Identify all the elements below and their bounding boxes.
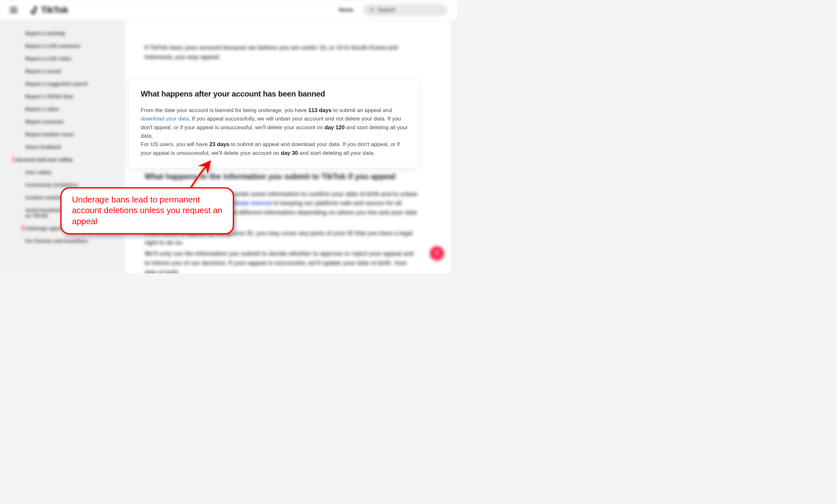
svg-point-0: [370, 8, 373, 11]
search-icon: [370, 7, 375, 13]
help-fab-button[interactable]: ?: [430, 246, 444, 260]
sidebar-item[interactable]: Report a LIVE video: [10, 52, 117, 65]
sidebar-item[interactable]: For Parents and Guardians: [10, 235, 117, 247]
sidebar-item[interactable]: Report a sound: [10, 65, 117, 77]
hamburger-menu-icon[interactable]: [10, 7, 18, 13]
help-icon: ?: [435, 250, 439, 257]
sidebar-section-account-safety[interactable]: Account and user safety: [10, 153, 117, 166]
header: TikTok Home Search: [0, 0, 457, 20]
tiktok-logo[interactable]: TikTok: [31, 5, 68, 15]
sidebar-item[interactable]: Report a LIVE comment: [10, 39, 117, 52]
intro-paragraph: If TikTok bans your account because we b…: [145, 43, 418, 62]
highlight-body: From the date your account is banned for…: [141, 106, 412, 157]
sidebar: Report a hashtag Report a LIVE comment R…: [0, 20, 123, 273]
highlight-heading: What happens after your account has been…: [141, 89, 412, 98]
annotation-text: Underage bans lead to permanent account …: [72, 194, 224, 227]
section2-heading: What happens to the information you subm…: [145, 172, 418, 181]
highlighted-section-card: What happens after your account has been…: [130, 80, 418, 168]
sidebar-item[interactable]: Report a video: [10, 103, 117, 115]
annotation-callout: Underage bans lead to permanent account …: [60, 187, 234, 235]
sidebar-item[interactable]: Report a TikTok Now: [10, 90, 117, 103]
header-nav-right: Home Search: [339, 4, 447, 16]
svg-line-1: [373, 11, 374, 12]
download-your-data-link[interactable]: download your data: [141, 116, 189, 122]
nav-home-link[interactable]: Home: [339, 7, 353, 13]
search-input[interactable]: Search: [363, 4, 447, 16]
sidebar-item[interactable]: Report a suggested search: [10, 77, 117, 90]
sidebar-item[interactable]: Report another issue: [10, 128, 117, 141]
sidebar-item[interactable]: Share feedback: [10, 141, 117, 153]
sidebar-item[interactable]: User safety: [10, 166, 117, 179]
brand-text: TikTok: [41, 5, 68, 15]
sidebar-item[interactable]: Report a hashtag: [10, 27, 117, 39]
search-placeholder: Search: [378, 7, 395, 13]
sidebar-item[interactable]: Report someone: [10, 115, 117, 128]
tiktok-note-icon: [31, 5, 39, 15]
